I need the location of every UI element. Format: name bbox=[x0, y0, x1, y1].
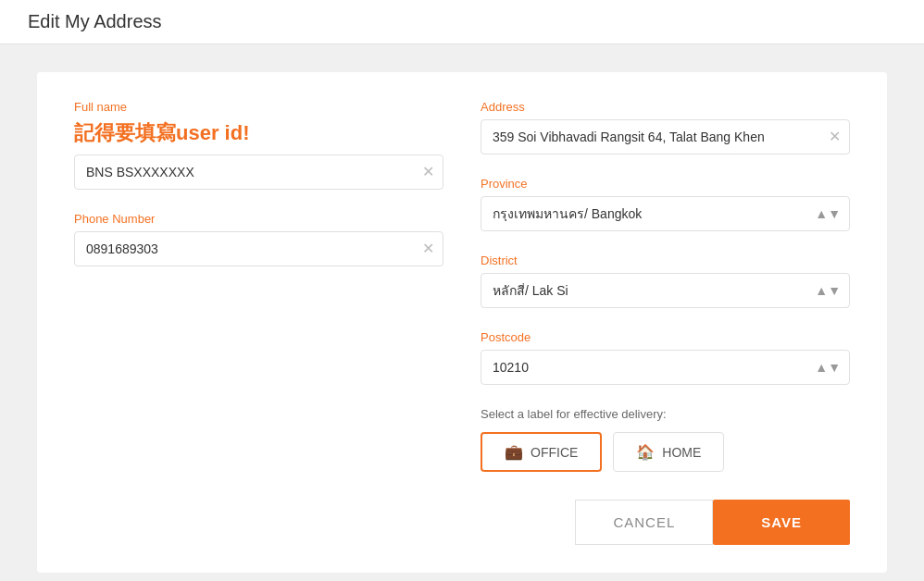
phone-group: Phone Number ✕ bbox=[74, 212, 443, 266]
save-button[interactable]: SAVE bbox=[713, 500, 850, 545]
address-input-wrapper: ✕ bbox=[481, 119, 850, 155]
postcode-group: Postcode 10210 10100 10200 ▲▼ bbox=[481, 330, 850, 385]
phone-input[interactable] bbox=[74, 231, 443, 266]
action-buttons: CANCEL SAVE bbox=[74, 500, 850, 545]
fullname-clear-icon[interactable]: ✕ bbox=[422, 165, 434, 179]
fullname-label: Full name bbox=[74, 100, 443, 114]
page-header: Edit My Address bbox=[0, 0, 924, 44]
district-select-wrapper: หลักสี่/ Lak Si ดอนเมือง/ Don Mueang บาง… bbox=[481, 273, 850, 308]
postcode-label: Postcode bbox=[481, 330, 850, 344]
fullname-group: Full name 記得要填寫user id! ✕ bbox=[74, 100, 443, 190]
home-icon: 🏠 bbox=[636, 443, 655, 461]
page-content: Full name 記得要填寫user id! ✕ Phone Number ✕ bbox=[0, 44, 924, 581]
office-label-text: OFFICE bbox=[531, 445, 578, 460]
address-input[interactable] bbox=[481, 119, 850, 155]
fullname-input[interactable] bbox=[74, 155, 443, 190]
fullname-input-wrapper: ✕ bbox=[74, 155, 443, 190]
home-label-button[interactable]: 🏠 HOME bbox=[613, 432, 724, 472]
province-select[interactable]: กรุงเทพมหานคร/ Bangkok เชียงใหม่/ Chiang… bbox=[481, 196, 850, 231]
district-label: District bbox=[481, 253, 850, 267]
delivery-label-title: Select a label for effective delivery: bbox=[481, 407, 850, 421]
phone-input-wrapper: ✕ bbox=[74, 231, 443, 266]
form-layout: Full name 記得要填寫user id! ✕ Phone Number ✕ bbox=[74, 100, 850, 472]
cancel-button[interactable]: CANCEL bbox=[575, 500, 713, 545]
phone-clear-icon[interactable]: ✕ bbox=[422, 241, 434, 256]
phone-label: Phone Number bbox=[74, 212, 443, 226]
home-label-text: HOME bbox=[662, 445, 701, 460]
postcode-select[interactable]: 10210 10100 10200 bbox=[481, 350, 850, 385]
province-group: Province กรุงเทพมหานคร/ Bangkok เชียงใหม… bbox=[481, 177, 850, 231]
delivery-label-section: Select a label for effective delivery: 💼… bbox=[481, 407, 850, 472]
address-label: Address bbox=[481, 100, 850, 114]
office-label-button[interactable]: 💼 OFFICE bbox=[481, 432, 602, 472]
district-select[interactable]: หลักสี่/ Lak Si ดอนเมือง/ Don Mueang บาง… bbox=[481, 273, 850, 308]
annotation-text: 記得要填寫user id! bbox=[74, 119, 443, 147]
province-label: Province bbox=[481, 177, 850, 191]
form-left-col: Full name 記得要填寫user id! ✕ Phone Number ✕ bbox=[74, 100, 443, 472]
page-title: Edit My Address bbox=[28, 11, 162, 31]
address-group: Address ✕ bbox=[481, 100, 850, 155]
province-select-wrapper: กรุงเทพมหานคร/ Bangkok เชียงใหม่/ Chiang… bbox=[481, 196, 850, 231]
district-group: District หลักสี่/ Lak Si ดอนเมือง/ Don M… bbox=[481, 253, 850, 308]
form-right-col: Address ✕ Province กรุงเทพมหานคร/ Bangko… bbox=[481, 100, 850, 472]
address-clear-icon[interactable]: ✕ bbox=[829, 130, 841, 144]
form-card: Full name 記得要填寫user id! ✕ Phone Number ✕ bbox=[37, 72, 887, 573]
label-buttons: 💼 OFFICE 🏠 HOME bbox=[481, 432, 850, 472]
postcode-select-wrapper: 10210 10100 10200 ▲▼ bbox=[481, 350, 850, 385]
briefcase-icon: 💼 bbox=[505, 443, 523, 461]
